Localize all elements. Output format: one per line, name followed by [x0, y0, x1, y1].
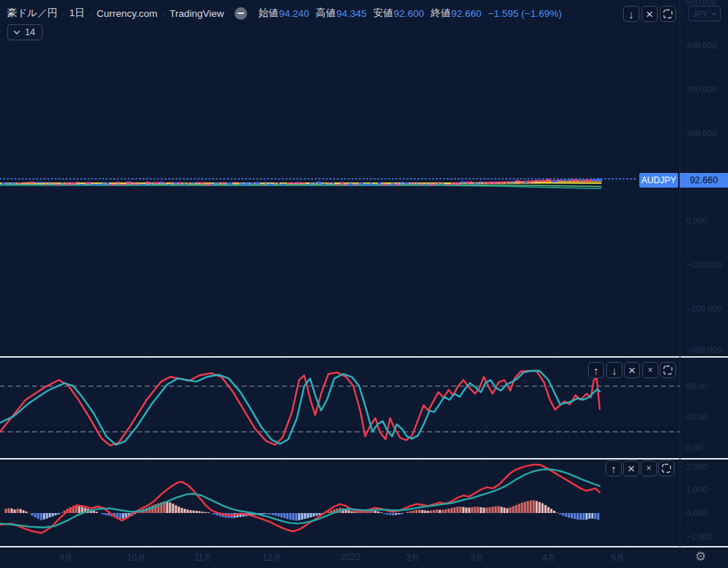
stoch-scale-label: 0.00 — [686, 443, 702, 452]
macd-histogram-bar — [199, 511, 201, 513]
macd-histogram-bar — [331, 510, 333, 513]
candle-segment — [178, 182, 182, 185]
macd-histogram-bar — [480, 507, 482, 513]
candle-segment — [492, 182, 498, 184]
close-value: 92.660 — [451, 8, 481, 19]
candle-segment — [441, 183, 444, 185]
macd-histogram-bar — [375, 511, 377, 513]
chart-canvas[interactable] — [0, 0, 728, 568]
candle-segment — [150, 183, 152, 185]
candle-segment — [187, 182, 190, 184]
exchange-label[interactable]: Currency.com — [97, 8, 158, 19]
macd-histogram-bar — [422, 510, 424, 513]
macd-histogram-bar — [46, 513, 48, 519]
macd-pane-close-button[interactable]: × — [623, 460, 639, 476]
candle-segment — [146, 182, 150, 184]
stoch-pane-close-button[interactable]: × — [624, 362, 640, 378]
candle-segment — [535, 180, 539, 182]
candle-segment — [466, 182, 469, 184]
stoch-pane-move-down-button[interactable]: ↓ — [606, 362, 622, 378]
stoch-pane-maximize-button[interactable] — [660, 362, 676, 378]
price-scale-currency-button[interactable]: JPY — [688, 6, 721, 21]
pane-separator-2[interactable] — [0, 458, 728, 460]
time-axis-label: 4月 — [543, 552, 556, 564]
macd-histogram-bar — [278, 513, 280, 517]
price-scale-label: −200.000 — [686, 304, 721, 313]
candle-segment — [265, 182, 267, 184]
macd-histogram-bar — [595, 513, 597, 519]
candle-segment — [569, 179, 572, 181]
macd-histogram-bar — [439, 510, 441, 513]
candle-segment — [345, 183, 348, 185]
macd-histogram-bar — [442, 510, 444, 514]
macd-histogram-bar — [351, 511, 353, 513]
candle-segment — [239, 183, 243, 185]
macd-histogram-bar — [562, 513, 565, 516]
macd-histogram-bar — [293, 513, 295, 520]
macd-histogram-bar — [8, 508, 10, 513]
time-axis-label: 5月 — [611, 552, 625, 564]
candle-segment — [378, 182, 381, 184]
macd-histogram-bar — [78, 506, 81, 513]
macd-pane-move-up-button[interactable]: ↑ — [606, 460, 622, 476]
macd-histogram-bar — [310, 513, 312, 517]
candle-segment — [221, 182, 226, 184]
price-scale-label: 200.000 — [686, 129, 717, 138]
macd-histogram-bar — [451, 508, 453, 513]
macd-histogram-bar — [205, 512, 207, 513]
macd-histogram-bar — [40, 513, 43, 520]
candle-segment — [404, 182, 409, 184]
candle-segment — [233, 182, 238, 183]
price-scale-label: 0.000 — [686, 216, 707, 225]
candle-segment — [483, 182, 486, 184]
macd-histogram-bar — [102, 513, 104, 514]
main-pane-maximize-button[interactable] — [660, 6, 676, 22]
indicator-param-chip[interactable]: 14 — [7, 24, 43, 40]
main-pane-close-button[interactable]: × — [641, 6, 658, 22]
candle-segment — [97, 184, 101, 185]
market-status-icon[interactable] — [235, 7, 247, 20]
candle-segment — [171, 182, 173, 183]
macd-scale-label: −1.000 — [686, 532, 713, 541]
macd-histogram-bar — [190, 510, 192, 513]
macd-histogram-bar — [489, 507, 491, 513]
candle-segment — [327, 182, 331, 184]
macd-histogram-bar — [11, 509, 13, 513]
candle-segment — [167, 184, 170, 185]
indicator-param-value: 14 — [25, 27, 35, 37]
candle-segment — [314, 182, 316, 184]
chart-settings-gear-icon[interactable]: ⚙ — [695, 549, 706, 564]
stoch-pane-move-up-button[interactable]: ↑ — [588, 362, 604, 378]
main-pane-move-down-button[interactable]: ↓ — [623, 6, 639, 22]
macd-pane-maximize-button[interactable] — [658, 460, 674, 476]
macd-histogram-bar — [389, 513, 391, 515]
macd-pane-collapse-button[interactable]: × — [641, 460, 657, 476]
candle-segment — [200, 182, 205, 184]
symbol-title[interactable]: 豪ドル／円 — [7, 7, 57, 20]
candle-segment — [120, 184, 125, 185]
time-axis-separator[interactable] — [0, 546, 728, 547]
stoch-pane-collapse-button[interactable]: × — [642, 362, 658, 378]
platform-label[interactable]: TradingView — [169, 8, 224, 19]
macd-histogram-bar — [193, 511, 195, 513]
macd-histogram-bar — [23, 510, 25, 513]
macd-histogram-bar — [530, 501, 532, 513]
candle-segment — [261, 184, 264, 185]
pane-separator-1[interactable] — [0, 356, 728, 358]
candle-segment — [335, 184, 339, 185]
macd-histogram-bar — [416, 510, 418, 513]
maximize-icon — [663, 365, 673, 375]
candle-segment — [296, 182, 301, 184]
candle-segment — [487, 182, 491, 184]
candle-segment — [23, 183, 28, 184]
macd-histogram-bar — [398, 513, 400, 514]
macd-histogram-bar — [386, 513, 389, 514]
macd-histogram-bar — [565, 513, 567, 517]
candle-segment — [551, 180, 557, 182]
macd-histogram-bar — [307, 513, 309, 518]
macd-histogram-bar — [275, 513, 277, 516]
interval-label[interactable]: 1日 — [69, 7, 84, 20]
macd-histogram-bar — [554, 511, 556, 513]
time-axis-label: 2月 — [406, 552, 420, 564]
macd-histogram-bar — [518, 504, 521, 513]
